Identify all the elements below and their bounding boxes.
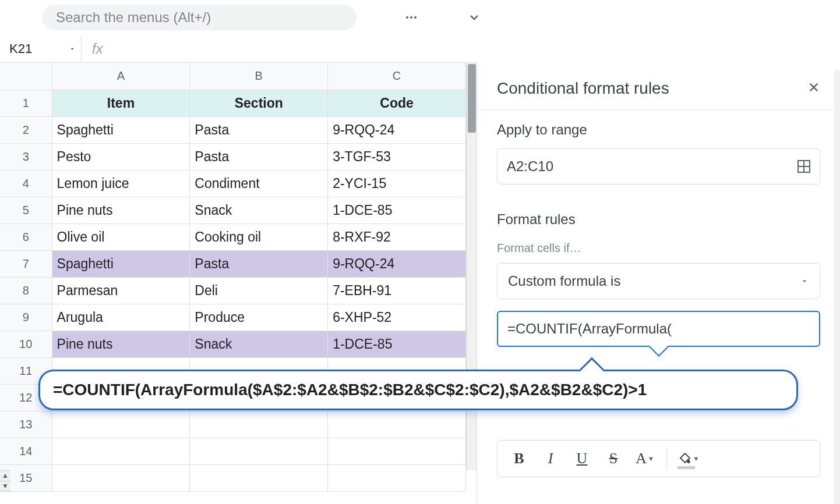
name-box[interactable]: K21 <box>0 35 82 63</box>
format-rules-label: Format rules <box>497 211 820 228</box>
italic-button[interactable]: I <box>536 446 565 471</box>
name-box-dropdown-icon <box>68 45 76 53</box>
formula-tooltip-text: =COUNTIF(ArrayFormula($A$2:$A2&$B$2:$B2&… <box>53 381 783 399</box>
panel-scrollbar[interactable] <box>834 70 840 504</box>
spreadsheet-grid[interactable]: A B C 1ItemSectionCode2SpaghettiPasta9-R… <box>0 63 477 504</box>
header-item[interactable]: Item <box>52 90 190 116</box>
row-header[interactable]: 8 <box>0 277 52 304</box>
cell-item[interactable]: Parmesan <box>52 277 190 304</box>
condition-value: Custom formula is <box>508 273 620 289</box>
dropdown-arrow-icon <box>800 276 809 286</box>
row-header[interactable]: 2 <box>0 116 52 143</box>
empty-cell[interactable] <box>52 464 190 491</box>
svg-point-0 <box>406 16 408 19</box>
formula-bar-input[interactable] <box>114 35 477 63</box>
cell-code[interactable]: 3-TGF-53 <box>328 143 466 170</box>
cell-section[interactable]: Cooking oil <box>190 223 328 250</box>
menu-search-bar: Search the menus (Alt+/) <box>0 0 840 35</box>
empty-cell[interactable] <box>328 411 466 438</box>
formula-tooltip: =COUNTIF(ArrayFormula($A$2:$A2&$B$2:$B2&… <box>38 370 798 410</box>
empty-cell[interactable] <box>328 464 466 491</box>
close-icon[interactable] <box>807 80 820 98</box>
empty-cell[interactable] <box>328 438 466 464</box>
condition-dropdown[interactable]: Custom formula is <box>497 263 820 299</box>
cell-code[interactable]: 8-RXF-92 <box>328 223 466 250</box>
cell-section[interactable]: Snack <box>190 331 328 357</box>
toolbar-divider <box>666 447 667 470</box>
cell-item[interactable]: Lemon juice <box>52 170 190 197</box>
header-section[interactable]: Section <box>190 90 328 116</box>
cell-item[interactable]: Pesto <box>52 143 190 170</box>
row-header[interactable]: 3 <box>0 143 52 170</box>
cell-code[interactable]: 7-EBH-91 <box>328 277 466 304</box>
name-fx-row: K21 fx <box>0 35 477 63</box>
row-header[interactable]: 7 <box>0 250 52 277</box>
svg-point-1 <box>410 16 412 19</box>
cell-section[interactable]: Pasta <box>190 116 328 143</box>
chevron-down-icon[interactable] <box>466 9 482 26</box>
cell-item[interactable]: Spaghetti <box>52 250 190 277</box>
custom-formula-input[interactable]: =COUNTIF(ArrayFormula( <box>497 311 820 347</box>
apply-range-input[interactable]: A2:C10 <box>497 148 820 184</box>
scrollbar-thumb[interactable] <box>468 64 476 133</box>
empty-cell[interactable] <box>52 438 190 464</box>
svg-marker-3 <box>70 48 74 49</box>
apply-range-label: Apply to range <box>497 122 820 138</box>
cell-item[interactable]: Olive oil <box>52 223 190 250</box>
panel-title: Conditional format rules <box>497 79 669 98</box>
scroll-up-icon[interactable]: ▲ <box>0 471 10 481</box>
column-header-c[interactable]: C <box>328 63 466 90</box>
cell-section[interactable]: Produce <box>190 304 328 331</box>
custom-formula-value: =COUNTIF(ArrayFormula( <box>507 321 672 337</box>
select-all-corner[interactable] <box>0 63 52 90</box>
search-placeholder: Search the menus (Alt+/) <box>56 9 211 26</box>
cell-code[interactable]: 2-YCI-15 <box>328 170 466 197</box>
underline-button[interactable]: U <box>567 446 597 471</box>
column-header-a[interactable]: A <box>52 63 190 90</box>
row-header[interactable]: 9 <box>0 304 52 331</box>
fill-color-button[interactable]: ▼ <box>674 446 703 471</box>
cell-section[interactable]: Pasta <box>190 143 328 170</box>
row-header[interactable]: 10 <box>0 331 52 357</box>
name-box-value: K21 <box>9 41 32 56</box>
row-header[interactable]: 13 <box>0 411 52 438</box>
apply-range-value: A2:C10 <box>507 158 553 175</box>
cell-item[interactable]: Pine nuts <box>52 197 190 223</box>
cell-section[interactable]: Condiment <box>190 170 328 197</box>
empty-cell[interactable] <box>190 411 328 438</box>
cell-code[interactable]: 9-RQQ-24 <box>328 250 466 277</box>
cell-code[interactable]: 1-DCE-85 <box>328 331 466 357</box>
fx-icon: fx <box>82 41 114 57</box>
empty-cell[interactable] <box>52 411 190 438</box>
style-toolbar: B I U S A ▼ ▼ <box>497 440 820 477</box>
menu-search-input[interactable]: Search the menus (Alt+/) <box>42 5 357 30</box>
range-picker-icon[interactable] <box>797 160 810 173</box>
text-color-button[interactable]: A ▼ <box>630 446 659 471</box>
header-code[interactable]: Code <box>328 90 466 116</box>
scroll-down-icon[interactable]: ▼ <box>0 481 10 492</box>
row-header[interactable]: 6 <box>0 223 52 250</box>
svg-marker-6 <box>803 281 807 282</box>
cell-item[interactable]: Spaghetti <box>52 116 190 143</box>
cell-code[interactable]: 1-DCE-85 <box>328 197 466 223</box>
format-cells-if-label: Format cells if… <box>497 242 820 255</box>
row-header[interactable]: 14 <box>0 438 52 464</box>
empty-cell[interactable] <box>190 438 328 464</box>
cell-section[interactable]: Deli <box>190 277 328 304</box>
row-header[interactable]: 4 <box>0 170 52 197</box>
cell-section[interactable]: Pasta <box>190 250 328 277</box>
bold-button[interactable]: B <box>504 446 534 471</box>
empty-cell[interactable] <box>190 464 328 491</box>
cell-item[interactable]: Arugula <box>52 304 190 331</box>
paint-bucket-icon <box>678 452 692 466</box>
row-header[interactable]: 5 <box>0 197 52 223</box>
column-header-b[interactable]: B <box>190 63 328 90</box>
cell-code[interactable]: 9-RQQ-24 <box>328 116 466 143</box>
more-icon[interactable] <box>403 9 419 26</box>
cell-item[interactable]: Pine nuts <box>52 331 190 357</box>
row-header[interactable]: 1 <box>0 90 52 116</box>
conditional-format-panel: Conditional format rules Apply to range … <box>477 63 840 504</box>
cell-code[interactable]: 6-XHP-52 <box>328 304 466 331</box>
strikethrough-button[interactable]: S <box>599 446 628 471</box>
cell-section[interactable]: Snack <box>190 197 328 223</box>
